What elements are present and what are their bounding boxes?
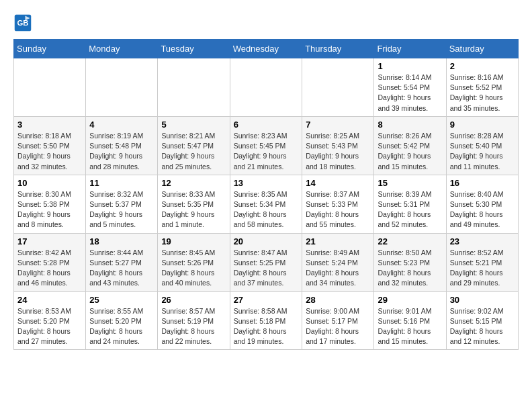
day-info: Sunrise: 8:18 AM Sunset: 5:50 PM Dayligh… [17,131,82,172]
calendar-header-row: SundayMondayTuesdayWednesdayThursdayFrid… [14,40,519,58]
calendar-week-row: 24Sunrise: 8:53 AM Sunset: 5:20 PM Dayli… [14,291,519,350]
day-number: 11 [89,178,154,188]
day-info: Sunrise: 8:52 AM Sunset: 5:21 PM Dayligh… [450,248,515,289]
day-info: Sunrise: 8:50 AM Sunset: 5:23 PM Dayligh… [378,248,442,289]
day-number: 4 [89,120,154,130]
calendar-cell [86,58,158,117]
day-number: 3 [17,120,82,130]
day-info: Sunrise: 8:26 AM Sunset: 5:42 PM Dayligh… [378,131,442,172]
day-number: 17 [17,236,82,246]
calendar-cell: 10Sunrise: 8:30 AM Sunset: 5:38 PM Dayli… [14,175,86,233]
calendar-cell: 7Sunrise: 8:25 AM Sunset: 5:43 PM Daylig… [302,116,374,175]
day-number: 28 [306,295,370,305]
calendar-cell: 30Sunrise: 9:02 AM Sunset: 5:15 PM Dayli… [446,291,518,350]
day-info: Sunrise: 8:21 AM Sunset: 5:47 PM Dayligh… [161,131,226,172]
calendar-cell: 26Sunrise: 8:57 AM Sunset: 5:19 PM Dayli… [158,291,230,350]
day-number: 23 [450,236,515,246]
calendar-week-row: 10Sunrise: 8:30 AM Sunset: 5:38 PM Dayli… [14,175,519,233]
calendar-cell: 17Sunrise: 8:42 AM Sunset: 5:28 PM Dayli… [14,233,86,291]
day-info: Sunrise: 8:47 AM Sunset: 5:25 PM Dayligh… [234,248,299,289]
calendar-cell: 21Sunrise: 8:49 AM Sunset: 5:24 PM Dayli… [302,233,374,291]
day-info: Sunrise: 8:53 AM Sunset: 5:20 PM Dayligh… [17,306,82,347]
calendar-cell: 6Sunrise: 8:23 AM Sunset: 5:45 PM Daylig… [230,116,302,175]
day-info: Sunrise: 8:25 AM Sunset: 5:43 PM Dayligh… [306,131,370,172]
calendar-cell: 18Sunrise: 8:44 AM Sunset: 5:27 PM Dayli… [86,233,158,291]
calendar-week-row: 17Sunrise: 8:42 AM Sunset: 5:28 PM Dayli… [14,233,519,291]
day-number: 22 [378,236,442,246]
day-info: Sunrise: 8:14 AM Sunset: 5:54 PM Dayligh… [378,73,442,113]
day-number: 15 [378,178,442,188]
day-info: Sunrise: 8:32 AM Sunset: 5:37 PM Dayligh… [89,189,154,230]
day-number: 29 [378,295,442,305]
day-info: Sunrise: 8:19 AM Sunset: 5:48 PM Dayligh… [89,131,154,172]
calendar-cell [302,58,374,117]
day-number: 30 [450,295,515,305]
day-number: 19 [161,236,226,246]
calendar-cell: 23Sunrise: 8:52 AM Sunset: 5:21 PM Dayli… [446,233,518,291]
calendar-cell: 5Sunrise: 8:21 AM Sunset: 5:47 PM Daylig… [158,116,230,175]
day-info: Sunrise: 8:39 AM Sunset: 5:31 PM Dayligh… [378,189,442,230]
calendar-cell: 3Sunrise: 8:18 AM Sunset: 5:50 PM Daylig… [14,116,86,175]
calendar-cell: 16Sunrise: 8:40 AM Sunset: 5:30 PM Dayli… [446,175,518,233]
calendar-cell [230,58,302,117]
day-info: Sunrise: 8:58 AM Sunset: 5:18 PM Dayligh… [234,306,299,347]
day-info: Sunrise: 8:35 AM Sunset: 5:34 PM Dayligh… [234,189,299,230]
day-number: 13 [234,178,299,188]
day-number: 8 [378,120,442,130]
day-info: Sunrise: 8:40 AM Sunset: 5:30 PM Dayligh… [450,189,515,230]
day-number: 24 [17,295,82,305]
calendar-week-row: 3Sunrise: 8:18 AM Sunset: 5:50 PM Daylig… [14,116,519,175]
calendar-cell: 19Sunrise: 8:45 AM Sunset: 5:26 PM Dayli… [158,233,230,291]
calendar-cell: 1Sunrise: 8:14 AM Sunset: 5:54 PM Daylig… [374,58,446,117]
calendar-header-wednesday: Wednesday [230,40,302,58]
day-number: 12 [161,178,226,188]
day-number: 1 [378,61,442,71]
day-number: 25 [89,295,154,305]
calendar-cell: 27Sunrise: 8:58 AM Sunset: 5:18 PM Dayli… [230,291,302,350]
day-number: 26 [161,295,226,305]
day-info: Sunrise: 8:57 AM Sunset: 5:19 PM Dayligh… [161,306,226,347]
calendar-cell: 12Sunrise: 8:33 AM Sunset: 5:35 PM Dayli… [158,175,230,233]
day-number: 7 [306,120,370,130]
calendar-cell: 24Sunrise: 8:53 AM Sunset: 5:20 PM Dayli… [14,291,86,350]
day-info: Sunrise: 8:37 AM Sunset: 5:33 PM Dayligh… [306,189,370,230]
day-info: Sunrise: 8:49 AM Sunset: 5:24 PM Dayligh… [306,248,370,289]
day-info: Sunrise: 8:30 AM Sunset: 5:38 PM Dayligh… [17,189,82,230]
day-number: 6 [234,120,299,130]
calendar-cell: 13Sunrise: 8:35 AM Sunset: 5:34 PM Dayli… [230,175,302,233]
calendar-table: SundayMondayTuesdayWednesdayThursdayFrid… [13,39,519,350]
day-number: 10 [17,178,82,188]
day-number: 18 [89,236,154,246]
calendar-header-tuesday: Tuesday [158,40,230,58]
calendar-cell: 20Sunrise: 8:47 AM Sunset: 5:25 PM Dayli… [230,233,302,291]
day-info: Sunrise: 8:16 AM Sunset: 5:52 PM Dayligh… [450,73,515,113]
logo: GB [13,13,35,32]
calendar-cell: 14Sunrise: 8:37 AM Sunset: 5:33 PM Dayli… [302,175,374,233]
calendar-cell: 15Sunrise: 8:39 AM Sunset: 5:31 PM Dayli… [374,175,446,233]
day-info: Sunrise: 8:33 AM Sunset: 5:35 PM Dayligh… [161,189,226,230]
calendar-week-row: 1Sunrise: 8:14 AM Sunset: 5:54 PM Daylig… [14,58,519,117]
day-info: Sunrise: 8:44 AM Sunset: 5:27 PM Dayligh… [89,248,154,289]
calendar-header-saturday: Saturday [446,40,518,58]
calendar-header-monday: Monday [86,40,158,58]
logo-icon: GB [13,13,32,32]
calendar-cell: 8Sunrise: 8:26 AM Sunset: 5:42 PM Daylig… [374,116,446,175]
day-number: 21 [306,236,370,246]
calendar-cell [14,58,86,117]
day-number: 14 [306,178,370,188]
day-info: Sunrise: 8:28 AM Sunset: 5:40 PM Dayligh… [450,131,515,172]
day-number: 20 [234,236,299,246]
day-info: Sunrise: 8:55 AM Sunset: 5:20 PM Dayligh… [89,306,154,347]
calendar-cell: 29Sunrise: 9:01 AM Sunset: 5:16 PM Dayli… [374,291,446,350]
calendar-cell: 4Sunrise: 8:19 AM Sunset: 5:48 PM Daylig… [86,116,158,175]
day-number: 27 [234,295,299,305]
calendar-cell: 9Sunrise: 8:28 AM Sunset: 5:40 PM Daylig… [446,116,518,175]
calendar-header-friday: Friday [374,40,446,58]
day-info: Sunrise: 9:01 AM Sunset: 5:16 PM Dayligh… [378,306,442,347]
calendar-cell: 22Sunrise: 8:50 AM Sunset: 5:23 PM Dayli… [374,233,446,291]
day-info: Sunrise: 8:23 AM Sunset: 5:45 PM Dayligh… [234,131,299,172]
calendar-cell [158,58,230,117]
day-number: 2 [450,61,515,71]
calendar-cell: 28Sunrise: 9:00 AM Sunset: 5:17 PM Dayli… [302,291,374,350]
calendar-cell: 11Sunrise: 8:32 AM Sunset: 5:37 PM Dayli… [86,175,158,233]
